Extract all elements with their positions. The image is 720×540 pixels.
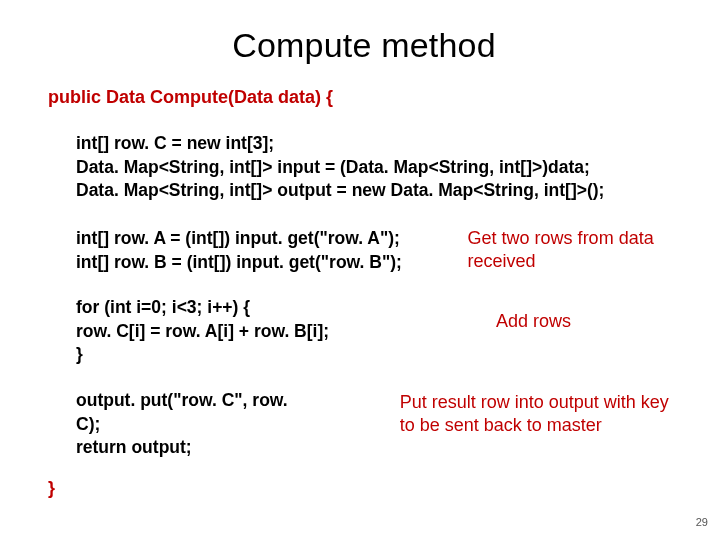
annotation-output: Put result row into output with key to b… (400, 391, 680, 438)
code-line: int[] row. B = (int[]) input. get("row. … (76, 251, 424, 275)
code-line: for (int i=0; i<3; i++) { (76, 296, 376, 320)
code-line: int[] row. C = new int[3]; (76, 132, 680, 156)
code-line: Data. Map<String, int[]> output = new Da… (76, 179, 680, 203)
code-for-loop: for (int i=0; i<3; i++) { row. C[i] = ro… (76, 296, 680, 367)
code-line: output. put("row. C", row. C); (76, 389, 310, 436)
code-column: int[] row. A = (int[]) input. get("row. … (76, 227, 424, 274)
code-line: row. C[i] = row. A[i] + row. B[i]; (76, 320, 376, 344)
code-output: output. put("row. C", row. C); return ou… (76, 389, 680, 460)
code-get-rows: int[] row. A = (int[]) input. get("row. … (76, 227, 680, 274)
annotation-get-rows: Get two rows from data received (468, 227, 680, 274)
method-signature: public Data Compute(Data data) { (48, 87, 680, 108)
code-column: for (int i=0; i<3; i++) { row. C[i] = ro… (76, 296, 376, 367)
code-column: output. put("row. C", row. C); return ou… (76, 389, 310, 460)
method-close-brace: } (48, 478, 680, 499)
annotation-add-rows: Add rows (496, 310, 571, 333)
slide: Compute method public Data Compute(Data … (0, 0, 720, 540)
code-line: return output; (76, 436, 310, 460)
code-line: } (76, 343, 376, 367)
slide-title: Compute method (48, 26, 680, 65)
page-number: 29 (696, 516, 708, 528)
code-line: Data. Map<String, int[]> input = (Data. … (76, 156, 680, 180)
code-declarations: int[] row. C = new int[3]; Data. Map<Str… (76, 132, 680, 203)
code-line: int[] row. A = (int[]) input. get("row. … (76, 227, 424, 251)
